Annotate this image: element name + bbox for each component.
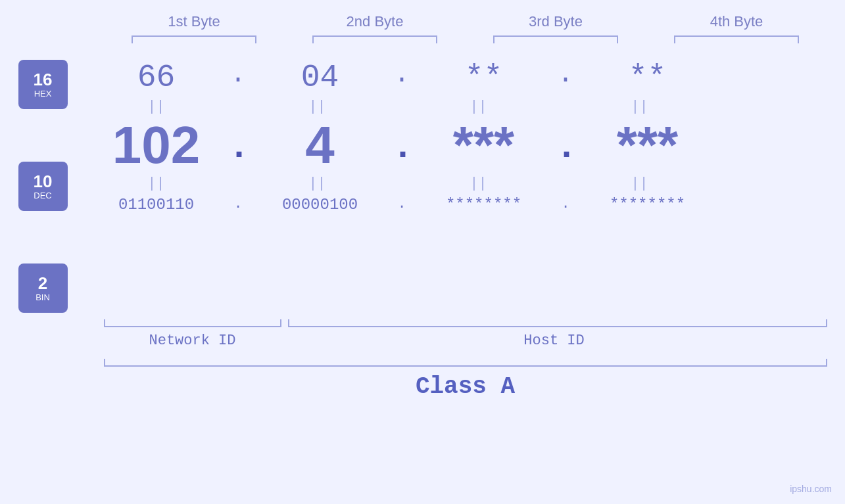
sep5: || <box>85 175 227 192</box>
sep4: || <box>569 99 710 115</box>
hex-cell-3: ** <box>413 62 554 93</box>
dec-cell-1: 102 <box>85 119 227 172</box>
sep7: || <box>408 175 549 192</box>
main-container: 1st Byte 2nd Byte 3rd Byte 4th Byte 16 H… <box>0 0 845 504</box>
bracket-1 <box>132 35 256 43</box>
bin-badge: 2 BIN <box>18 263 68 313</box>
dec-dot-2: . <box>392 127 412 172</box>
footer-text: ipshu.com <box>790 484 832 494</box>
dec-row: 102 . 4 . *** . *** <box>85 119 845 172</box>
sep3: || <box>408 99 549 115</box>
dec-cell-4: *** <box>577 119 718 172</box>
sep6: || <box>247 175 388 192</box>
byte-header-3: 3rd Byte <box>490 13 621 30</box>
dec-dot-1: . <box>228 127 248 172</box>
dec-badge: 10 DEC <box>18 162 68 211</box>
hex-dot-3: . <box>556 60 575 95</box>
class-section: Class A <box>104 359 827 400</box>
sep1: || <box>85 99 227 115</box>
network-host-labels: Network ID Host ID <box>104 332 827 349</box>
bin-cell-3: ******** <box>413 197 554 213</box>
dec-cell-2: 4 <box>249 119 391 172</box>
hex-badge: 16 HEX <box>18 60 68 109</box>
bracket-3 <box>493 35 618 43</box>
bin-dot-3: . <box>556 196 575 214</box>
byte-headers-row: 1st Byte 2nd Byte 3rd Byte 4th Byte <box>104 13 827 30</box>
network-host-brackets <box>104 319 827 327</box>
bracket-2 <box>312 35 437 43</box>
sep8: || <box>569 175 710 192</box>
values-area: 66 . 04 . ** . ** || || <box>85 53 845 214</box>
hex-cell-1: 66 <box>85 62 227 93</box>
sep2: || <box>247 99 388 115</box>
byte-header-4: 4th Byte <box>671 13 802 30</box>
dec-dot-3: . <box>556 127 575 172</box>
dec-cell-3: *** <box>413 119 554 172</box>
bin-cell-4: ******** <box>577 197 718 213</box>
network-id-label: Network ID <box>104 332 281 349</box>
host-id-label: Host ID <box>281 332 827 349</box>
byte-header-1: 1st Byte <box>128 13 260 30</box>
host-bracket <box>288 319 827 327</box>
hex-cell-4: ** <box>577 62 718 93</box>
bracket-4 <box>674 35 799 43</box>
hex-dot-1: . <box>228 60 248 95</box>
bin-cell-2: 00000100 <box>249 197 391 213</box>
hex-cell-2: 04 <box>249 62 391 93</box>
bin-cell-1: 01100110 <box>85 197 227 213</box>
hex-row: 66 . 04 . ** . ** <box>85 60 845 95</box>
header-brackets <box>104 35 827 43</box>
hex-dot-2: . <box>392 60 412 95</box>
byte-header-2: 2nd Byte <box>309 13 441 30</box>
bin-dot-2: . <box>392 196 412 214</box>
class-label: Class A <box>104 373 827 400</box>
main-content: 16 HEX 10 DEC 2 BIN 66 . 04 <box>0 53 845 313</box>
class-bracket <box>104 359 827 367</box>
bin-row: 01100110 . 00000100 . ******** . *******… <box>85 196 845 214</box>
bin-dot-1: . <box>228 196 248 214</box>
sep-dec-bin: || || || || <box>85 172 845 196</box>
labels-column: 16 HEX 10 DEC 2 BIN <box>0 53 85 313</box>
network-bracket <box>104 319 281 327</box>
bottom-section: Network ID Host ID <box>104 319 827 349</box>
